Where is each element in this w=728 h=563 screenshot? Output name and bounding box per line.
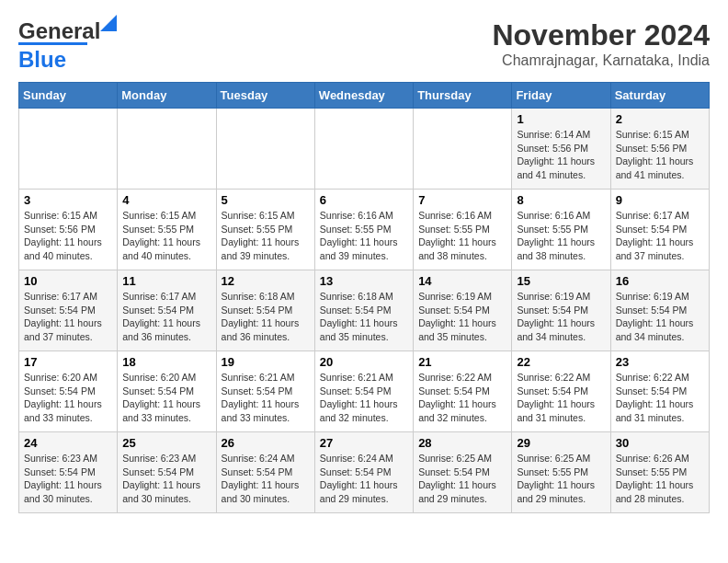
day-info: Sunrise: 6:26 AM Sunset: 5:55 PM Dayligh… [616, 452, 704, 506]
calendar-cell: 20Sunrise: 6:21 AM Sunset: 5:54 PM Dayli… [314, 351, 413, 432]
day-number: 21 [418, 355, 506, 369]
day-info: Sunrise: 6:19 AM Sunset: 5:54 PM Dayligh… [418, 290, 506, 344]
header-saturday: Saturday [610, 83, 709, 109]
calendar-cell: 7Sunrise: 6:16 AM Sunset: 5:55 PM Daylig… [414, 190, 512, 270]
day-number: 23 [616, 355, 704, 369]
calendar-cell [414, 109, 512, 190]
day-info: Sunrise: 6:25 AM Sunset: 5:54 PM Dayligh… [418, 452, 506, 506]
calendar-cell: 14Sunrise: 6:19 AM Sunset: 5:54 PM Dayli… [414, 270, 512, 351]
calendar-cell: 3Sunrise: 6:15 AM Sunset: 5:56 PM Daylig… [19, 190, 118, 270]
svg-marker-0 [100, 15, 117, 31]
header-wednesday: Wednesday [314, 83, 413, 109]
calendar-cell: 21Sunrise: 6:22 AM Sunset: 5:54 PM Dayli… [414, 351, 512, 432]
calendar-cell: 22Sunrise: 6:22 AM Sunset: 5:54 PM Dayli… [512, 351, 610, 432]
header-tuesday: Tuesday [216, 83, 314, 109]
day-info: Sunrise: 6:20 AM Sunset: 5:54 PM Dayligh… [122, 371, 210, 425]
day-number: 16 [616, 274, 704, 288]
calendar-cell: 25Sunrise: 6:23 AM Sunset: 5:54 PM Dayli… [118, 432, 216, 513]
calendar-cell: 13Sunrise: 6:18 AM Sunset: 5:54 PM Dayli… [314, 270, 413, 351]
calendar-cell: 12Sunrise: 6:18 AM Sunset: 5:54 PM Dayli… [216, 270, 314, 351]
day-number: 7 [418, 193, 506, 207]
day-number: 30 [616, 436, 704, 450]
calendar-week-3: 10Sunrise: 6:17 AM Sunset: 5:54 PM Dayli… [19, 270, 710, 351]
day-number: 25 [122, 436, 210, 450]
day-info: Sunrise: 6:24 AM Sunset: 5:54 PM Dayligh… [320, 452, 408, 506]
day-info: Sunrise: 6:23 AM Sunset: 5:54 PM Dayligh… [122, 452, 210, 506]
calendar-cell: 29Sunrise: 6:25 AM Sunset: 5:55 PM Dayli… [512, 432, 610, 513]
calendar-cell: 1Sunrise: 6:14 AM Sunset: 5:56 PM Daylig… [512, 109, 610, 190]
calendar-header-row: SundayMondayTuesdayWednesdayThursdayFrid… [19, 83, 710, 109]
logo-icon [100, 15, 117, 31]
calendar-cell: 4Sunrise: 6:15 AM Sunset: 5:55 PM Daylig… [118, 190, 216, 270]
calendar-cell: 27Sunrise: 6:24 AM Sunset: 5:54 PM Dayli… [314, 432, 413, 513]
day-number: 11 [122, 274, 210, 288]
calendar-week-1: 1Sunrise: 6:14 AM Sunset: 5:56 PM Daylig… [19, 109, 710, 190]
logo-blue: Blue [18, 42, 87, 73]
day-number: 22 [517, 355, 605, 369]
page-title: November 2024 [492, 18, 710, 52]
day-number: 9 [616, 193, 704, 207]
day-number: 26 [222, 436, 310, 450]
calendar-cell: 19Sunrise: 6:21 AM Sunset: 5:54 PM Dayli… [216, 351, 314, 432]
calendar-week-5: 24Sunrise: 6:23 AM Sunset: 5:54 PM Dayli… [19, 432, 710, 513]
calendar-week-4: 17Sunrise: 6:20 AM Sunset: 5:54 PM Dayli… [19, 351, 710, 432]
day-info: Sunrise: 6:21 AM Sunset: 5:54 PM Dayligh… [320, 371, 408, 425]
day-info: Sunrise: 6:22 AM Sunset: 5:54 PM Dayligh… [517, 371, 605, 425]
calendar-cell [118, 109, 216, 190]
day-info: Sunrise: 6:18 AM Sunset: 5:54 PM Dayligh… [320, 290, 408, 344]
page-subtitle: Chamrajnagar, Karnataka, India [492, 52, 710, 69]
day-number: 18 [122, 355, 210, 369]
day-info: Sunrise: 6:23 AM Sunset: 5:54 PM Dayligh… [24, 452, 112, 506]
day-number: 1 [517, 112, 605, 126]
calendar-cell: 30Sunrise: 6:26 AM Sunset: 5:55 PM Dayli… [610, 432, 709, 513]
day-info: Sunrise: 6:16 AM Sunset: 5:55 PM Dayligh… [418, 209, 506, 263]
day-number: 2 [616, 112, 704, 126]
day-info: Sunrise: 6:22 AM Sunset: 5:54 PM Dayligh… [418, 371, 506, 425]
day-number: 14 [418, 274, 506, 288]
day-info: Sunrise: 6:17 AM Sunset: 5:54 PM Dayligh… [616, 209, 704, 263]
calendar-cell [19, 109, 118, 190]
day-info: Sunrise: 6:21 AM Sunset: 5:54 PM Dayligh… [222, 371, 310, 425]
page-header: General Blue November 2024 Chamrajnagar,… [18, 18, 710, 73]
calendar-cell: 9Sunrise: 6:17 AM Sunset: 5:54 PM Daylig… [610, 190, 709, 270]
logo-general: General [18, 18, 100, 43]
day-number: 19 [222, 355, 310, 369]
day-info: Sunrise: 6:15 AM Sunset: 5:55 PM Dayligh… [122, 209, 210, 263]
day-number: 27 [320, 436, 408, 450]
day-info: Sunrise: 6:22 AM Sunset: 5:54 PM Dayligh… [616, 371, 704, 425]
day-info: Sunrise: 6:25 AM Sunset: 5:55 PM Dayligh… [517, 452, 605, 506]
day-info: Sunrise: 6:16 AM Sunset: 5:55 PM Dayligh… [517, 209, 605, 263]
day-info: Sunrise: 6:17 AM Sunset: 5:54 PM Dayligh… [122, 290, 210, 344]
header-sunday: Sunday [19, 83, 118, 109]
day-info: Sunrise: 6:19 AM Sunset: 5:54 PM Dayligh… [517, 290, 605, 344]
calendar-cell [216, 109, 314, 190]
header-thursday: Thursday [414, 83, 512, 109]
calendar-cell: 18Sunrise: 6:20 AM Sunset: 5:54 PM Dayli… [118, 351, 216, 432]
day-number: 29 [517, 436, 605, 450]
day-number: 10 [24, 274, 112, 288]
calendar-cell: 2Sunrise: 6:15 AM Sunset: 5:56 PM Daylig… [610, 109, 709, 190]
day-info: Sunrise: 6:16 AM Sunset: 5:55 PM Dayligh… [320, 209, 408, 263]
calendar-cell: 11Sunrise: 6:17 AM Sunset: 5:54 PM Dayli… [118, 270, 216, 351]
calendar-week-2: 3Sunrise: 6:15 AM Sunset: 5:56 PM Daylig… [19, 190, 710, 270]
day-info: Sunrise: 6:15 AM Sunset: 5:55 PM Dayligh… [222, 209, 310, 263]
day-info: Sunrise: 6:18 AM Sunset: 5:54 PM Dayligh… [222, 290, 310, 344]
calendar-cell: 10Sunrise: 6:17 AM Sunset: 5:54 PM Dayli… [19, 270, 118, 351]
day-number: 12 [222, 274, 310, 288]
calendar-cell: 15Sunrise: 6:19 AM Sunset: 5:54 PM Dayli… [512, 270, 610, 351]
calendar-cell: 8Sunrise: 6:16 AM Sunset: 5:55 PM Daylig… [512, 190, 610, 270]
day-info: Sunrise: 6:17 AM Sunset: 5:54 PM Dayligh… [24, 290, 112, 344]
day-number: 6 [320, 193, 408, 207]
calendar-cell: 24Sunrise: 6:23 AM Sunset: 5:54 PM Dayli… [19, 432, 118, 513]
day-info: Sunrise: 6:15 AM Sunset: 5:56 PM Dayligh… [616, 128, 704, 182]
day-number: 28 [418, 436, 506, 450]
day-number: 17 [24, 355, 112, 369]
logo: General Blue [18, 18, 100, 73]
calendar-cell: 26Sunrise: 6:24 AM Sunset: 5:54 PM Dayli… [216, 432, 314, 513]
header-friday: Friday [512, 83, 610, 109]
calendar-table: SundayMondayTuesdayWednesdayThursdayFrid… [18, 82, 710, 513]
day-number: 24 [24, 436, 112, 450]
calendar-cell: 5Sunrise: 6:15 AM Sunset: 5:55 PM Daylig… [216, 190, 314, 270]
calendar-cell: 16Sunrise: 6:19 AM Sunset: 5:54 PM Dayli… [610, 270, 709, 351]
day-info: Sunrise: 6:24 AM Sunset: 5:54 PM Dayligh… [222, 452, 310, 506]
